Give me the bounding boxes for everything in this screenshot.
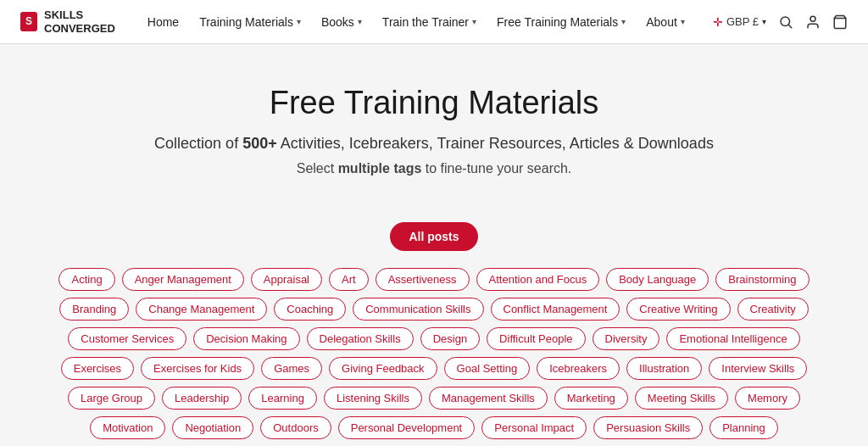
tag-assertiveness[interactable]: Assertiveness (376, 268, 470, 291)
tag-creative-writing[interactable]: Creative Writing (626, 298, 730, 321)
nav-item-home[interactable]: Home (139, 10, 187, 34)
tag-icebreakers[interactable]: Icebreakers (537, 357, 620, 380)
desc-count: 500+ (242, 135, 277, 152)
tag-appraisal[interactable]: Appraisal (251, 268, 322, 291)
logo[interactable]: S SKILLS CONVERGED (20, 8, 115, 35)
account-button[interactable] (805, 14, 821, 30)
nav-item-train-the-trainer[interactable]: Train the Trainer▾ (374, 10, 485, 34)
nav-item-about[interactable]: About▾ (637, 10, 693, 34)
tag-listening-skills[interactable]: Listening Skills (324, 387, 422, 410)
tag-anger-management[interactable]: Anger Management (122, 268, 244, 291)
tag-emotional-intelligence[interactable]: Emotional Intelligence (666, 327, 799, 350)
tag-delegation-skills[interactable]: Delegation Skills (307, 327, 414, 350)
currency-cross-icon: ✛ (713, 15, 723, 29)
tag-illustration[interactable]: Illustration (626, 357, 702, 380)
logo-icon: S (20, 12, 37, 31)
tags-container: ActingAnger ManagementAppraisalArtAssert… (31, 268, 837, 446)
logo-s: S (25, 15, 32, 27)
tag-marketing[interactable]: Marketing (554, 387, 628, 410)
svg-point-2 (810, 16, 815, 21)
chevron-down-icon: ▾ (472, 17, 476, 26)
tag-creativity[interactable]: Creativity (737, 298, 809, 321)
currency-button[interactable]: ✛ GBP £ ▾ (713, 15, 766, 29)
tag-personal-development[interactable]: Personal Development (338, 416, 476, 439)
tag-attention-and-focus[interactable]: Attention and Focus (476, 268, 600, 291)
cart-icon (832, 14, 848, 30)
navbar: S SKILLS CONVERGED HomeTraining Material… (0, 0, 868, 44)
sub-bold: multiple tags (338, 161, 422, 176)
tag-acting[interactable]: Acting (58, 268, 114, 291)
sub-prefix: Select (297, 161, 338, 176)
tag-memory[interactable]: Memory (735, 387, 800, 410)
tag-large-group[interactable]: Large Group (68, 387, 155, 410)
tag-personal-impact[interactable]: Personal Impact (481, 416, 587, 439)
svg-point-0 (781, 17, 790, 26)
tag-design[interactable]: Design (420, 327, 480, 350)
chevron-down-icon: ▾ (621, 17, 626, 26)
svg-line-1 (788, 25, 791, 27)
nav-item-free-training-materials[interactable]: Free Training Materials▾ (488, 10, 634, 34)
tag-persuasion-skills[interactable]: Persuasion Skills (593, 416, 703, 439)
all-posts-button[interactable]: All posts (390, 222, 477, 251)
account-icon (805, 14, 821, 30)
tag-difficult-people[interactable]: Difficult People (487, 327, 585, 350)
tag-planning[interactable]: Planning (709, 416, 778, 439)
hero-description: Collection of 500+ Activities, Icebreake… (20, 135, 848, 153)
hero-section: Free Training Materials Collection of 50… (0, 44, 868, 209)
tag-change-management[interactable]: Change Management (136, 298, 267, 321)
desc-prefix: Collection of (154, 135, 242, 152)
nav-item-books[interactable]: Books▾ (313, 10, 370, 34)
tag-conflict-management[interactable]: Conflict Management (491, 298, 620, 321)
tag-brainstorming[interactable]: Brainstorming (715, 268, 809, 291)
tag-learning[interactable]: Learning (248, 387, 317, 410)
chevron-down-icon: ▾ (358, 17, 362, 26)
tag-motivation[interactable]: Motivation (90, 416, 165, 439)
tag-art[interactable]: Art (329, 268, 369, 291)
tag-games[interactable]: Games (261, 357, 322, 380)
search-icon (778, 14, 793, 30)
tag-customer-services[interactable]: Customer Services (68, 327, 186, 350)
tag-exercises[interactable]: Exercises (61, 357, 134, 380)
tag-outdoors[interactable]: Outdoors (260, 416, 331, 439)
nav-item-training-materials[interactable]: Training Materials▾ (191, 10, 309, 34)
tag-giving-feedback[interactable]: Giving Feedback (329, 357, 437, 380)
tag-leadership[interactable]: Leadership (162, 387, 242, 410)
tag-communication-skills[interactable]: Communication Skills (353, 298, 483, 321)
tag-interview-skills[interactable]: Interview Skills (709, 357, 807, 380)
logo-text: SKILLS CONVERGED (44, 8, 115, 35)
chevron-down-icon: ▾ (297, 17, 301, 26)
desc-suffix: Activities, Icebreakers, Trainer Resourc… (277, 135, 714, 152)
tags-section: All posts ActingAnger ManagementAppraisa… (10, 209, 858, 446)
tag-diversity[interactable]: Diversity (593, 327, 660, 350)
page-title: Free Training Materials (20, 85, 848, 121)
chevron-down-icon: ▾ (681, 17, 685, 26)
tag-branding[interactable]: Branding (59, 298, 129, 321)
nav-links: HomeTraining Materials▾Books▾Train the T… (139, 10, 703, 34)
tag-exercises-for-kids[interactable]: Exercises for Kids (141, 357, 254, 380)
tag-decision-making[interactable]: Decision Making (193, 327, 299, 350)
nav-right: ✛ GBP £ ▾ (713, 14, 848, 30)
tag-management-skills[interactable]: Management Skills (429, 387, 548, 410)
tag-goal-setting[interactable]: Goal Setting (444, 357, 531, 380)
sub-suffix: to fine-tune your search. (421, 161, 571, 176)
currency-label: GBP £ (726, 15, 759, 28)
tag-meeting-skills[interactable]: Meeting Skills (635, 387, 728, 410)
hero-sub: Select multiple tags to fine-tune your s… (20, 161, 848, 176)
cart-button[interactable] (832, 14, 848, 30)
search-button[interactable] (778, 14, 793, 30)
tag-negotiation[interactable]: Negotiation (172, 416, 253, 439)
currency-chevron-icon: ▾ (762, 17, 766, 26)
tag-coaching[interactable]: Coaching (274, 298, 346, 321)
tag-body-language[interactable]: Body Language (606, 268, 709, 291)
